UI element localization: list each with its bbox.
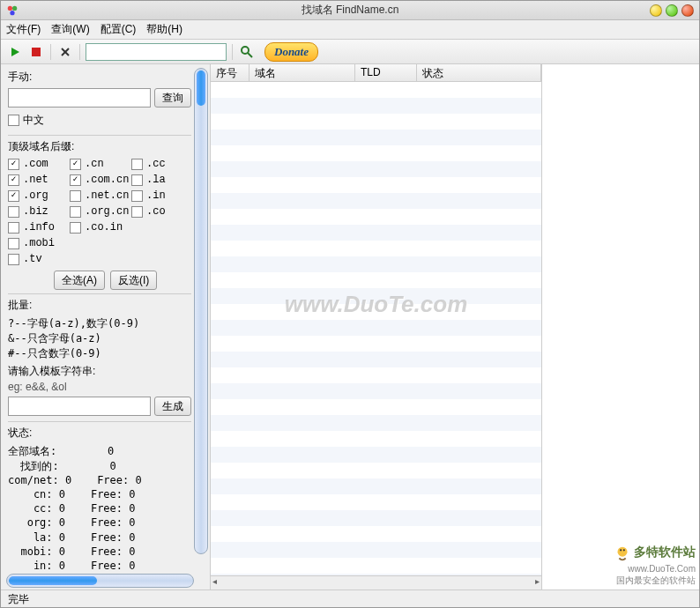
- svg-point-1: [12, 5, 17, 10]
- tld-checkbox[interactable]: [70, 190, 81, 202]
- col-status[interactable]: 状态: [417, 64, 541, 81]
- divider: [8, 135, 191, 136]
- tld-checkbox[interactable]: [131, 206, 143, 218]
- tld-checkbox[interactable]: [8, 238, 19, 249]
- tld-checkbox[interactable]: [8, 159, 19, 170]
- divider: [8, 421, 191, 422]
- left-content: 手动: 查询 中文 顶级域名后缀: .com.cn.cc.net.com.cn.…: [1, 64, 210, 572]
- tld-checkbox[interactable]: [8, 206, 19, 218]
- svg-rect-4: [32, 48, 41, 56]
- col-tld[interactable]: TLD: [355, 64, 417, 81]
- svg-point-11: [623, 549, 625, 551]
- tld-label: .co: [146, 205, 166, 218]
- left-vertical-scrollbar[interactable]: [194, 68, 208, 554]
- generate-button[interactable]: 生成: [154, 397, 191, 416]
- tld-label: .cn: [85, 158, 104, 170]
- tld-checkbox[interactable]: [70, 174, 81, 186]
- tld-item: .co.in: [70, 221, 130, 234]
- play-button[interactable]: [6, 43, 24, 61]
- table-body: www.DuoTe.com: [211, 82, 541, 575]
- duote-icon: [613, 544, 632, 563]
- tld-checkbox[interactable]: [131, 159, 143, 170]
- tld-checkbox[interactable]: [131, 174, 143, 186]
- col-seq[interactable]: 序号: [211, 64, 249, 81]
- close-button[interactable]: [681, 4, 694, 17]
- left-panel: 手动: 查询 中文 顶级域名后缀: .com.cn.cc.net.com.cn.…: [1, 64, 211, 589]
- col-domain[interactable]: 域名: [249, 64, 355, 81]
- tld-label: .org: [23, 189, 48, 202]
- tld-checkbox[interactable]: [8, 190, 19, 202]
- stop-button[interactable]: [27, 43, 45, 61]
- search-button[interactable]: [238, 43, 256, 61]
- maximize-button[interactable]: [666, 4, 678, 17]
- menu-query[interactable]: 查询(W): [51, 22, 89, 37]
- tld-item: .in: [131, 189, 191, 202]
- tld-item: .net: [8, 174, 68, 186]
- svg-point-9: [618, 547, 628, 557]
- tld-checkbox[interactable]: [70, 206, 81, 218]
- manual-input[interactable]: [8, 88, 151, 108]
- tld-label: .org.cn: [85, 205, 129, 218]
- tld-checkbox[interactable]: [70, 222, 81, 234]
- donate-button[interactable]: Donate: [264, 42, 318, 62]
- tld-label: .co.in: [85, 221, 123, 234]
- row-stripes: [211, 82, 541, 575]
- tld-checkbox[interactable]: [131, 190, 143, 202]
- batch-hint: ?--字母(a-z),数字(0-9): [8, 316, 191, 331]
- tld-item: .com.cn: [70, 174, 130, 186]
- batch-prompt: 请输入模板字符串:: [8, 364, 191, 379]
- batch-input[interactable]: [8, 397, 151, 416]
- invert-selection-button[interactable]: 反选(I): [110, 271, 157, 290]
- svg-point-0: [8, 5, 12, 10]
- menu-help[interactable]: 帮助(H): [146, 22, 182, 37]
- app-icon: [6, 4, 19, 17]
- left-horizontal-scrollbar[interactable]: [6, 574, 194, 588]
- menu-config[interactable]: 配置(C): [101, 22, 137, 37]
- batch-hint: &--只含字母(a-z): [8, 331, 191, 346]
- svg-line-8: [248, 53, 252, 57]
- manual-query-button[interactable]: 查询: [154, 88, 191, 108]
- select-all-button[interactable]: 全选(A): [54, 271, 105, 290]
- tld-label: .la: [146, 174, 166, 186]
- chinese-label: 中文: [23, 113, 44, 128]
- tld-item: .org: [8, 189, 68, 202]
- scrollbar-thumb[interactable]: [197, 70, 205, 106]
- tld-item: .cc: [131, 158, 191, 170]
- tld-checkbox[interactable]: [70, 159, 81, 170]
- svg-point-10: [620, 549, 622, 551]
- batch-hint: #--只含数字(0-9): [8, 346, 191, 361]
- status-lines: 全部域名: 0 找到的: 0 com/net: 0 Free: 0 cn: 0 …: [8, 444, 191, 572]
- footer-url: www.DuoTe.Com: [613, 563, 696, 575]
- tld-checkbox[interactable]: [8, 174, 19, 186]
- tld-item: [131, 221, 191, 234]
- tld-checkbox[interactable]: [8, 222, 19, 234]
- minimize-button[interactable]: [650, 4, 662, 17]
- menubar: 文件(F) 查询(W) 配置(C) 帮助(H): [1, 20, 699, 40]
- scrollbar-thumb[interactable]: [9, 576, 97, 585]
- tld-checkbox[interactable]: [8, 254, 19, 265]
- tld-item: .tv: [8, 253, 68, 265]
- main-body: 手动: 查询 中文 顶级域名后缀: .com.cn.cc.net.com.cn.…: [1, 64, 699, 589]
- tld-item: .cn: [70, 158, 130, 170]
- window-title: 找域名 FindName.cn: [302, 3, 399, 18]
- results-horizontal-scrollbar[interactable]: [211, 575, 541, 589]
- toolbar-input[interactable]: [86, 43, 227, 61]
- tld-label: .com: [23, 158, 48, 170]
- tld-item: .org.cn: [70, 205, 130, 218]
- chinese-checkbox[interactable]: [8, 115, 19, 126]
- right-panel: 多特软件站 www.DuoTe.Com 国内最安全的软件站: [542, 64, 699, 589]
- table-header: 序号 域名 TLD 状态: [211, 64, 541, 82]
- tld-item: .info: [8, 221, 68, 234]
- menu-file[interactable]: 文件(F): [6, 22, 41, 37]
- statusbar: 完毕: [1, 589, 699, 607]
- results-panel: 序号 域名 TLD 状态 www.DuoTe.com: [211, 64, 542, 589]
- tld-label: .info: [23, 221, 55, 234]
- toolbar-separator: [232, 44, 233, 60]
- tld-label: .cc: [146, 158, 166, 170]
- batch-example: eg: e&&, &ol: [8, 381, 191, 393]
- app-window: 找域名 FindName.cn 文件(F) 查询(W) 配置(C) 帮助(H) …: [0, 0, 700, 608]
- clear-button[interactable]: [56, 43, 74, 61]
- tld-section-label: 顶级域名后缀:: [8, 139, 191, 154]
- tld-item: .mobi: [8, 237, 68, 249]
- toolbar: Donate: [1, 40, 699, 64]
